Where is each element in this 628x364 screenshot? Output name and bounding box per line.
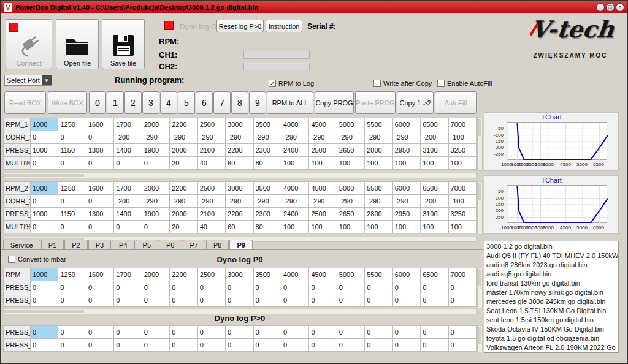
table-cell[interactable]: -290: [170, 195, 197, 208]
table-cell[interactable]: 0: [392, 339, 420, 352]
table-cell[interactable]: 0: [31, 294, 58, 307]
table-cell[interactable]: 2500: [197, 182, 225, 195]
table-cell[interactable]: 0: [365, 281, 392, 294]
digit-button[interactable]: 7: [213, 91, 231, 114]
vertical-scrollbar[interactable]: [477, 118, 483, 171]
table-cell[interactable]: 0: [86, 157, 113, 170]
table-cell[interactable]: 100: [392, 157, 420, 170]
table-cell[interactable]: 100: [392, 221, 420, 233]
tab[interactable]: P5: [136, 240, 158, 250]
table-cell[interactable]: 6000: [392, 118, 420, 131]
table-cell[interactable]: 4000: [281, 268, 308, 281]
table-cell[interactable]: -290: [142, 195, 169, 208]
table-cell[interactable]: 0: [58, 281, 86, 294]
table-cell[interactable]: 2000: [170, 208, 197, 221]
table-cell[interactable]: 0: [421, 326, 448, 339]
table-cell[interactable]: 2200: [170, 182, 197, 195]
table-cell[interactable]: 0: [309, 326, 337, 339]
table-cell[interactable]: 0: [365, 326, 392, 339]
digit-button[interactable]: 4: [160, 91, 177, 114]
table-cell[interactable]: -290: [281, 195, 308, 208]
copy-prog-button[interactable]: Copy PROG: [315, 91, 354, 114]
table-cell[interactable]: 0: [86, 294, 113, 307]
table-cell[interactable]: 2500: [309, 208, 337, 221]
table-cell[interactable]: 0: [448, 326, 476, 339]
table-cell[interactable]: 1400: [114, 144, 142, 157]
table-cell[interactable]: 100: [448, 221, 476, 233]
table-cell[interactable]: 7000: [448, 118, 476, 131]
table-cell[interactable]: 0: [281, 294, 308, 307]
table-cell[interactable]: 2650: [337, 144, 364, 157]
table-cell[interactable]: 0: [170, 326, 197, 339]
table-cell[interactable]: 0: [365, 339, 392, 352]
tab[interactable]: P2: [64, 240, 87, 250]
table-cell[interactable]: 2000: [170, 144, 197, 157]
table-cell[interactable]: 1400: [114, 208, 142, 221]
table-cell[interactable]: -200: [421, 195, 448, 208]
table-cell[interactable]: 0: [31, 326, 58, 339]
table-cell[interactable]: 1600: [86, 118, 113, 131]
file-list-item[interactable]: Skoda Octavia IV 150KM Go Digital.bin: [486, 325, 616, 334]
table-cell[interactable]: 100: [421, 157, 448, 170]
table-cell[interactable]: 40: [197, 157, 225, 170]
table-cell[interactable]: 100: [337, 157, 364, 170]
table-cell[interactable]: 2650: [337, 208, 364, 221]
table-cell[interactable]: 0: [448, 294, 476, 307]
table-cell[interactable]: 1600: [86, 268, 113, 281]
table-cell[interactable]: 0: [197, 294, 225, 307]
table-cell[interactable]: 0: [58, 221, 86, 233]
table-cell[interactable]: 0: [421, 294, 448, 307]
table-cell[interactable]: 0: [226, 294, 253, 307]
scrollbar-thumb[interactable]: [478, 269, 481, 286]
table-cell[interactable]: 3000: [226, 182, 253, 195]
table-cell[interactable]: 5500: [365, 182, 392, 195]
table-cell[interactable]: 2200: [226, 208, 253, 221]
minimize-button[interactable]: –: [596, 3, 605, 12]
table-cell[interactable]: 0: [58, 326, 86, 339]
table-cell[interactable]: 3000: [226, 268, 253, 281]
table-cell[interactable]: 0: [281, 339, 308, 352]
table-cell[interactable]: 6500: [421, 118, 448, 131]
table-cell[interactable]: 0: [31, 339, 58, 352]
file-list-item[interactable]: master 170km nowy silnik go digital.bin: [486, 288, 616, 297]
file-list-item[interactable]: 3008 1.2 go digital.bin: [486, 242, 616, 251]
table-cell[interactable]: 6000: [392, 182, 420, 195]
table-cell[interactable]: 100: [281, 221, 308, 233]
table-cell[interactable]: -290: [197, 131, 225, 144]
table-cell[interactable]: 0: [86, 195, 113, 208]
table-cell[interactable]: 7000: [448, 268, 476, 281]
table-cell[interactable]: 2300: [253, 144, 281, 157]
table-cell[interactable]: 0: [114, 281, 142, 294]
table-cell[interactable]: 80: [253, 221, 281, 233]
scrollbar-thumb[interactable]: [478, 119, 481, 136]
table-cell[interactable]: -290: [253, 131, 281, 144]
table-cell[interactable]: 0: [281, 326, 308, 339]
table-cell[interactable]: 4500: [309, 182, 337, 195]
table-cell[interactable]: 1700: [114, 182, 142, 195]
table-cell[interactable]: -290: [226, 195, 253, 208]
table-cell[interactable]: 1600: [86, 182, 113, 195]
table-cell[interactable]: -290: [253, 195, 281, 208]
save-file-button[interactable]: Save file: [102, 19, 145, 69]
table-cell[interactable]: 0: [58, 294, 86, 307]
table-cell[interactable]: 6500: [421, 182, 448, 195]
table-cell[interactable]: 0: [448, 339, 476, 352]
table-cell[interactable]: 2200: [170, 118, 197, 131]
scrollbar-thumb[interactable]: [478, 183, 481, 200]
write-after-copy-checkbox[interactable]: Write after Copy: [373, 80, 432, 87]
table-cell[interactable]: 100: [365, 221, 392, 233]
table-cell[interactable]: 0: [142, 221, 169, 233]
table-cell[interactable]: 5000: [337, 118, 364, 131]
scrollbar-thumb[interactable]: [4, 174, 84, 177]
table-cell[interactable]: 5500: [365, 118, 392, 131]
table-cell[interactable]: -290: [365, 131, 392, 144]
table-cell[interactable]: 1000: [31, 144, 58, 157]
vertical-scrollbar[interactable]: [477, 325, 483, 352]
file-list-item[interactable]: mercedes gle 300d 245km go digital.bin: [486, 297, 616, 306]
table-cell[interactable]: 0: [337, 281, 364, 294]
table-cell[interactable]: 0: [392, 281, 420, 294]
connect-button[interactable]: Connect: [6, 19, 52, 69]
table-cell[interactable]: 0: [309, 339, 337, 352]
scrollbar-thumb[interactable]: [4, 310, 84, 313]
table-cell[interactable]: 1700: [114, 268, 142, 281]
